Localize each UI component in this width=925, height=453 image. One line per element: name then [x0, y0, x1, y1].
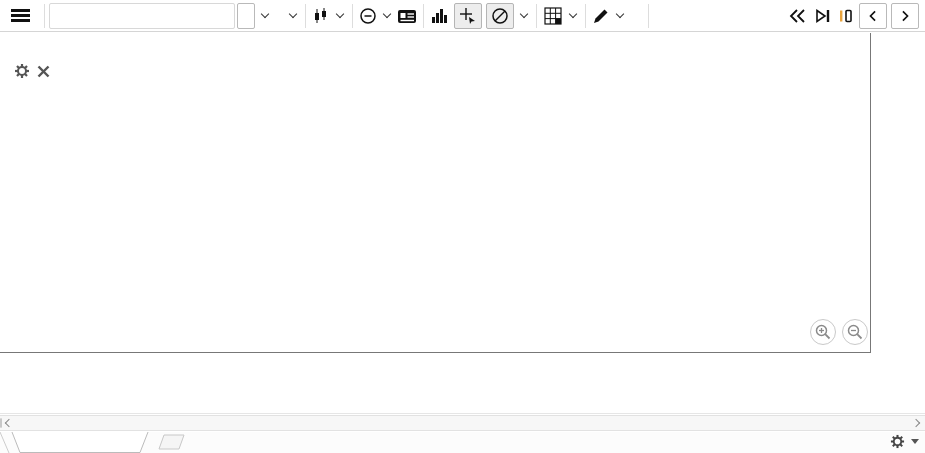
chart-tab-bar [0, 432, 925, 453]
skip-to-end-icon [813, 8, 833, 24]
separator [44, 4, 45, 28]
tab-shapes [0, 432, 200, 453]
grid-settings-icon [543, 6, 563, 26]
navigator-overview[interactable] [0, 376, 925, 414]
chart-type-button[interactable] [312, 3, 330, 29]
chevron-down-icon [911, 439, 919, 444]
chevron-down-icon[interactable] [261, 10, 269, 18]
chart-canvas[interactable] [0, 33, 870, 352]
crosshair-tool-button[interactable] [454, 3, 482, 29]
trading-chart-window [0, 0, 925, 453]
chart-scrollbar[interactable] [0, 415, 925, 431]
price-side-button[interactable] [275, 3, 283, 29]
sessions-button[interactable] [359, 3, 377, 29]
top-toolbar [0, 0, 925, 32]
step-forward-button[interactable] [837, 3, 855, 29]
scrollbar-thumb[interactable] [0, 418, 2, 428]
indicators-button[interactable] [630, 3, 642, 29]
drawings-off-icon [491, 7, 509, 25]
skip-to-end-button[interactable] [813, 3, 833, 29]
indicator-legend [8, 63, 51, 79]
zoom-in-button[interactable] [810, 319, 836, 345]
skip-to-start-icon [787, 8, 809, 24]
indicator-settings-button[interactable] [14, 63, 30, 79]
step-forward-icon [837, 8, 855, 24]
zoom-out-icon [846, 323, 864, 341]
pencil-draw-icon [592, 7, 610, 25]
news-button[interactable] [397, 3, 417, 29]
current-price-badge [871, 0, 925, 18]
menu-icon [11, 9, 30, 22]
chevron-down-icon[interactable] [520, 10, 528, 18]
time-axis-line [0, 352, 871, 353]
chevron-down-icon[interactable] [289, 10, 297, 18]
chart-type-candlestick-icon [312, 7, 330, 25]
time-axis[interactable] [0, 354, 870, 372]
separator [423, 4, 424, 28]
crosshair-icon [459, 7, 477, 25]
zoom-out-button[interactable] [842, 319, 868, 345]
chevron-down-icon[interactable] [569, 10, 577, 18]
grid-settings-button[interactable] [543, 3, 563, 29]
skip-to-start-button[interactable] [787, 3, 809, 29]
scroll-right-button[interactable] [907, 416, 925, 430]
sessions-clock-icon [359, 7, 377, 25]
separator [536, 4, 537, 28]
chevron-right-icon [912, 419, 920, 427]
news-icon [397, 7, 417, 25]
scroll-left-button[interactable] [0, 416, 18, 430]
price-axis[interactable] [871, 33, 925, 353]
draw-tool-button[interactable] [592, 3, 610, 29]
volume-histogram-icon [430, 7, 450, 25]
chevron-down-icon[interactable] [616, 10, 624, 18]
indicator-remove-button[interactable] [36, 64, 51, 79]
gear-icon [14, 63, 30, 79]
volume-button[interactable] [430, 3, 450, 29]
zoom-in-icon [814, 323, 832, 341]
drawings-visibility-button[interactable] [486, 3, 514, 29]
chart-plot-area[interactable] [0, 33, 870, 352]
separator [585, 4, 586, 28]
tab-settings-button[interactable] [890, 434, 919, 449]
chart-navigator[interactable] [0, 376, 925, 414]
separator [648, 4, 649, 28]
separator [352, 4, 353, 28]
chevron-down-icon[interactable] [383, 10, 391, 18]
timeframe-button[interactable] [237, 3, 255, 29]
symbol-input[interactable] [49, 3, 235, 29]
separator [305, 4, 306, 28]
close-icon [36, 64, 51, 79]
main-menu-button[interactable] [6, 3, 38, 29]
chevron-left-icon [5, 419, 13, 427]
gear-icon [890, 434, 905, 449]
chevron-down-icon[interactable] [336, 10, 344, 18]
